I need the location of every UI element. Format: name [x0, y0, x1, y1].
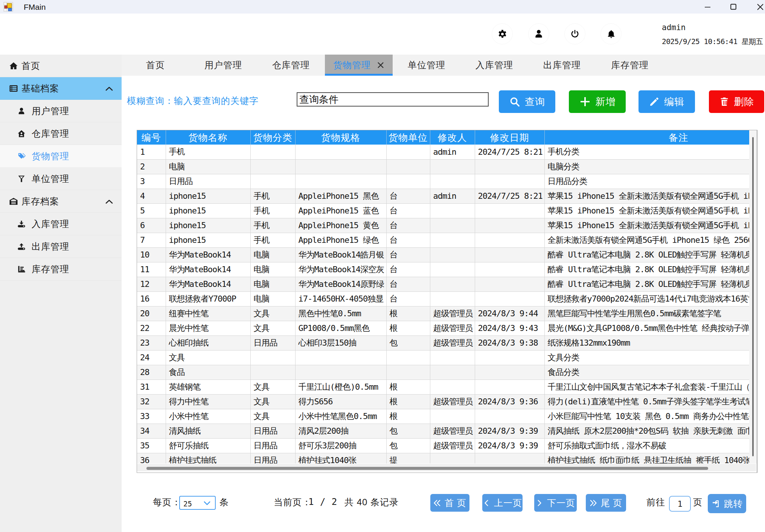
first-page-button[interactable]: 首 页 [430, 494, 469, 512]
tab-入库管理[interactable]: 入库管理 [460, 55, 528, 76]
table-row[interactable]: 28食品食品分类 [137, 365, 749, 380]
table-row[interactable]: 35舒可乐抽纸日用品舒可乐3层200抽包超级管理员2024/8/3 9:39舒可… [137, 438, 749, 453]
table-cell: 3 [137, 174, 166, 189]
sidebar-item-outbound-management[interactable]: 出库管理 [0, 235, 122, 258]
minimize-button[interactable] [696, 0, 718, 14]
maximize-button[interactable] [722, 0, 744, 14]
table-row[interactable]: 4iphone15手机AppleiPhone15 黑色台admin2024/7/… [137, 189, 749, 203]
table-cell [250, 159, 295, 174]
tab-出库管理[interactable]: 出库管理 [528, 55, 596, 76]
tab-仓库管理[interactable]: 仓库管理 [257, 55, 325, 76]
horizontal-scrollbar-thumb[interactable] [146, 467, 708, 470]
chevron-up-icon [105, 199, 113, 204]
column-header[interactable]: 货物名称 [166, 130, 250, 145]
sidebar-item-inbound-management[interactable]: 入库管理 [0, 213, 122, 235]
table-row[interactable]: 1手机admin2024/7/25 8:21手机分类 [137, 145, 749, 159]
column-header[interactable]: 修改人 [430, 130, 475, 145]
table-row[interactable]: 23心相印抽纸日用品心相印3层150抽包超级管理员2024/8/3 9:38纸张… [137, 335, 749, 350]
table-cell: 28 [137, 365, 166, 380]
column-header[interactable]: 编号 [137, 130, 166, 145]
tab-首页[interactable]: 首页 [122, 55, 189, 76]
tab-close-icon[interactable] [377, 61, 384, 69]
table-cell: 2024/8/3 9:36 [475, 394, 544, 409]
table-cell: 20 [137, 306, 166, 321]
table-row[interactable]: 6iphone15手机AppleiPhone15 黄色台苹果15 iPhone1… [137, 218, 749, 233]
column-header[interactable]: 货物单位 [386, 130, 430, 145]
table-cell [250, 174, 295, 189]
page-size-select[interactable]: 25 [179, 496, 216, 510]
column-header[interactable]: 备注 [544, 130, 749, 145]
prev-page-button[interactable]: 上一页 [482, 494, 523, 512]
user-icon[interactable] [528, 23, 549, 44]
sidebar-item-stock-management[interactable]: 库存管理 [0, 258, 122, 280]
next-page-button[interactable]: 下一页 [534, 494, 577, 512]
column-header[interactable]: 修改日期 [475, 130, 544, 145]
table-row[interactable]: 7iphone15手机AppleiPhone15 绿色台全新未激活美版有锁全网通… [137, 233, 749, 247]
sidebar-item-inventory-archives[interactable]: 库存档案 [0, 190, 122, 213]
user-glyph [534, 29, 544, 39]
table-cell: 文具 [250, 306, 295, 321]
table-row[interactable]: 31英雄钢笔文具千里江山(橙色)0.5mm根千里江山文创中国风复古笔记本本子礼盒… [137, 380, 749, 394]
per-page-unit: 条 [219, 496, 229, 508]
sidebar-item-home[interactable]: 首页 [0, 55, 122, 77]
search-button[interactable]: 查询 [499, 90, 555, 113]
sidebar-item-warehouse-management[interactable]: 仓库管理 [0, 122, 122, 145]
table-cell: 23 [137, 335, 166, 350]
table-cell [295, 350, 386, 365]
horizontal-scrollbar[interactable] [137, 464, 756, 471]
vertical-scrollbar[interactable] [749, 130, 757, 463]
table-cell: 酷睿 Ultra笔记本电脑 2.8K OLED触控手写屏 轻薄机身 U [544, 247, 749, 262]
table-row[interactable]: 32得力中性笔文具得力S656根超级管理员2024/8/3 9:36得力(del… [137, 394, 749, 409]
tab-货物管理[interactable]: 货物管理 [325, 55, 393, 76]
delete-button[interactable]: 删除 [709, 90, 764, 113]
per-page-label: 每页： [153, 496, 181, 508]
tab-库存管理[interactable]: 库存管理 [596, 55, 664, 76]
table-cell [250, 350, 295, 365]
last-page-button[interactable]: 尾 页 [586, 494, 626, 512]
table-row[interactable]: 24文具文具分类 [137, 350, 749, 365]
table-row[interactable]: 16联想拯救者Y7000P电脑i7-14650HX-4050独显台联想拯救者y7… [137, 291, 749, 306]
vertical-scrollbar-thumb[interactable] [752, 137, 754, 456]
power-icon[interactable] [564, 23, 585, 44]
table-row[interactable]: 2电脑电脑分类 [137, 159, 749, 174]
table-row[interactable]: 11华为MateBook14电脑华为MateBook14深空灰台酷睿 Ultra… [137, 262, 749, 277]
settings-icon[interactable] [492, 23, 513, 44]
table-row[interactable]: 10华为MateBook14电脑华为MateBook14皓月银台酷睿 Ultra… [137, 247, 749, 262]
sidebar-item-base-archives[interactable]: 基础档案 [0, 77, 122, 100]
table-row[interactable]: 3日用品日用品分类 [137, 174, 749, 189]
tab-单位管理[interactable]: 单位管理 [393, 55, 460, 76]
table-row[interactable]: 22晨光中性笔文具GP1008/0.5mm黑色根超级管理员2024/8/3 9:… [137, 321, 749, 335]
table-row[interactable]: 5iphone15手机AppleiPhone15 蓝色台苹果15 iPhone1… [137, 203, 749, 218]
table-cell: 食品 [166, 365, 250, 380]
jump-button[interactable]: 跳转 [708, 494, 746, 513]
table-row[interactable]: 34清风抽纸日用品清风2层200抽包超级管理员2024/8/3 9:39清风抽纸… [137, 424, 749, 438]
table-cell [475, 350, 544, 365]
table-row[interactable]: 20纽赛中性笔文具黑色中性笔0.5mm根超级管理员2024/8/3 9:44黑笔… [137, 306, 749, 321]
column-header[interactable]: 货物分类 [250, 130, 295, 145]
add-button[interactable]: 新增 [569, 90, 626, 113]
column-header[interactable]: 货物规格 [295, 130, 386, 145]
table-cell: 6 [137, 218, 166, 233]
sidebar-item-user-management[interactable]: 用户管理 [0, 100, 122, 122]
table-row[interactable]: 12华为MateBook14电脑华为MateBook14原野绿台酷睿 Ultra… [137, 277, 749, 291]
tab-用户管理[interactable]: 用户管理 [189, 55, 257, 76]
tab-bar: 首页用户管理仓库管理货物管理单位管理入库管理出库管理库存管理 [122, 55, 765, 76]
query-input[interactable] [297, 92, 489, 107]
sidebar-item-goods-management[interactable]: 货物管理 [0, 145, 122, 168]
table-cell: 根 [386, 394, 430, 409]
edit-button[interactable]: 编辑 [639, 90, 695, 113]
table-cell: 手机 [250, 189, 295, 203]
table-cell: 舒可乐3层200抽 [295, 438, 386, 453]
goto-page-input[interactable] [669, 496, 691, 512]
close-button[interactable] [749, 0, 765, 14]
table-row[interactable]: 33小米中性笔文具小米中性笔黑色0.5mm根小米巨能写中性笔 10支装 黑色 0… [137, 409, 749, 424]
table-cell: 华为MateBook14 [166, 277, 250, 291]
table-cell: 舒可乐抽取式面巾纸，湿水不易破 [544, 438, 749, 453]
tab-label: 货物管理 [333, 59, 371, 71]
tab-label: 首页 [146, 59, 165, 71]
sidebar-item-unit-management[interactable]: 单位管理 [0, 168, 122, 190]
table-row[interactable]: 36植护挂式抽纸日用品植护挂式1040张提植护挂式抽纸 纸巾面巾纸 悬挂卫生纸抽… [137, 453, 749, 463]
sidebar-item-label: 首页 [21, 60, 40, 72]
tab-label: 仓库管理 [272, 59, 310, 71]
bell-icon[interactable] [600, 23, 622, 44]
